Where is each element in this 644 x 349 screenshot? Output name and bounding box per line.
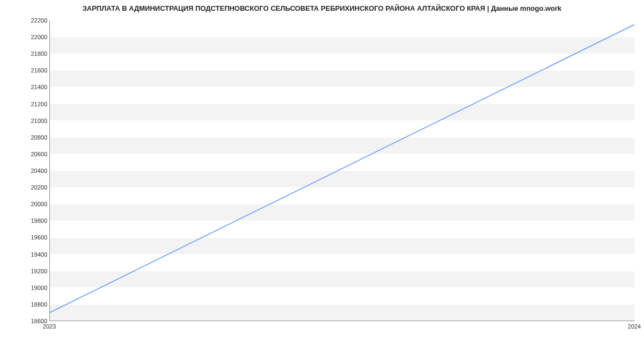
svg-rect-2 xyxy=(49,237,634,254)
y-tick-label: 20800 xyxy=(20,134,47,141)
plot-area xyxy=(49,20,634,321)
y-tick-label: 18800 xyxy=(20,301,47,308)
y-tick-label: 22200 xyxy=(20,17,47,24)
y-tick-label: 22000 xyxy=(20,34,47,40)
svg-rect-8 xyxy=(49,37,634,54)
y-tick-label: 20400 xyxy=(20,168,47,174)
y-tick-label: 21600 xyxy=(20,67,47,74)
chart-container: ЗАРПЛАТА В АДМИНИСТРАЦИЯ ПОДСТЕПНОВСКОГО… xyxy=(0,0,644,349)
x-tick-label: 2024 xyxy=(628,323,641,330)
svg-rect-3 xyxy=(49,204,634,221)
svg-rect-0 xyxy=(49,304,634,321)
svg-rect-6 xyxy=(49,104,634,121)
y-tick-label: 21000 xyxy=(20,118,47,124)
y-tick-label: 20200 xyxy=(20,184,47,191)
y-tick-label: 19200 xyxy=(20,268,47,274)
x-tick-label: 2023 xyxy=(43,323,56,330)
y-tick-label: 19800 xyxy=(20,217,47,224)
chart-svg xyxy=(49,20,634,321)
svg-rect-7 xyxy=(49,70,634,87)
svg-rect-4 xyxy=(49,171,634,187)
y-tick-label: 20600 xyxy=(20,151,47,157)
svg-rect-1 xyxy=(49,271,634,288)
y-tick-label: 19000 xyxy=(20,285,47,291)
y-tick-label: 21400 xyxy=(20,84,47,90)
y-tick-label: 19400 xyxy=(20,251,47,258)
svg-rect-5 xyxy=(49,137,634,154)
y-tick-label: 20000 xyxy=(20,201,47,207)
y-tick-label: 21800 xyxy=(20,50,47,57)
y-tick-label: 21200 xyxy=(20,101,47,107)
chart-title: ЗАРПЛАТА В АДМИНИСТРАЦИЯ ПОДСТЕПНОВСКОГО… xyxy=(0,4,644,12)
y-tick-label: 19600 xyxy=(20,234,47,241)
